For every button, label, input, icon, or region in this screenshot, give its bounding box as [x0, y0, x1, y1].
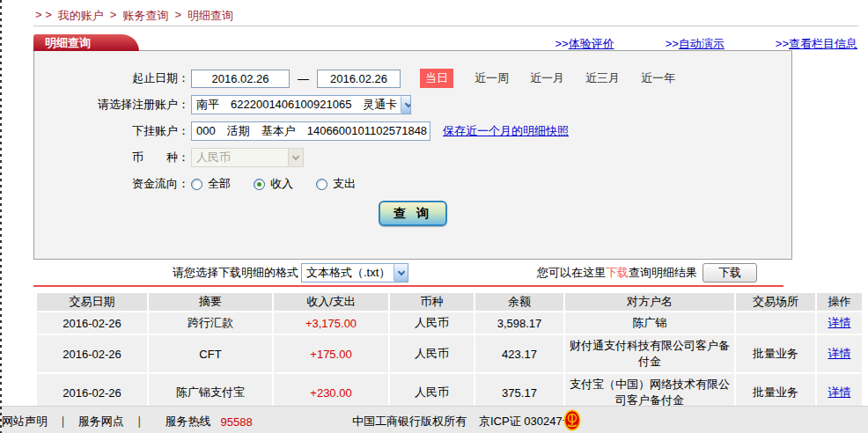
range-last-month-button[interactable]: 近一月: [530, 70, 564, 86]
download-button[interactable]: 下载: [702, 263, 757, 283]
breadcrumb: > > 我的账户 > 账务查询 > 明细查询: [35, 8, 233, 24]
cell-date: 2016-02-26: [37, 312, 147, 334]
breadcrumb-prefix: > >: [35, 8, 52, 24]
fund-flow-label: 资金流向：: [34, 176, 189, 192]
breadcrumb-item-account-query[interactable]: 账务查询: [122, 8, 168, 24]
cell-venue: [736, 312, 815, 334]
registered-account-value: 南平 6222001406100921065 灵通卡: [196, 97, 397, 113]
link-label: 自动演示: [679, 37, 725, 50]
cell-currency: 人民币: [390, 335, 474, 372]
save-monthly-snapshot-link[interactable]: 保存近一个月的明细快照: [443, 123, 569, 139]
flow-option-all: 全部: [191, 176, 231, 192]
currency-label: 币 种：: [34, 150, 189, 165]
link-prefix: >>: [666, 37, 679, 50]
section-divider: [33, 285, 783, 287]
cell-balance: 423.17: [475, 335, 563, 372]
footer-separator: ｜: [134, 414, 145, 429]
currency-select: 人民币: [191, 148, 304, 167]
cell-summary: 跨行汇款: [149, 312, 272, 334]
date-from-input[interactable]: [191, 70, 290, 88]
table-row: 2016-02-26 跨行汇款 +3,175.00 人民币 3,598.17 陈…: [37, 312, 862, 334]
download-bar: 请您选择下载明细的格式 文本格式（.txt） 您可以在这里下载查询明细结果 下载: [33, 261, 792, 284]
sub-account-row: 下挂账户： 000 活期 基本户 1406600101102571848 保存近…: [34, 121, 791, 141]
chevron-down-icon: [394, 264, 408, 282]
tab-detail-query: 明细查询: [33, 34, 121, 51]
cell-venue: 批量业务: [736, 335, 815, 372]
range-last-week-button[interactable]: 近一周: [474, 70, 509, 86]
sub-account-select[interactable]: 000 活期 基本户 1406600101102571848: [191, 121, 430, 141]
col-header-balance: 余额: [475, 293, 563, 311]
cell-action: 详情: [817, 312, 862, 334]
cell-summary: CFT: [149, 335, 272, 372]
col-header-counterparty: 对方户名: [565, 293, 734, 311]
cell-counterparty: 财付通支付科技有限公司客户备付金: [565, 335, 734, 372]
col-header-summary: 摘要: [149, 293, 272, 311]
range-today-button[interactable]: 当日: [420, 69, 453, 88]
link-label: 查看栏目信息: [789, 37, 857, 50]
cell-balance: 3,598.17: [475, 312, 563, 334]
sub-account-value: 000 活期 基本户 1406600101102571848: [196, 123, 427, 139]
detail-link[interactable]: 详情: [828, 347, 851, 360]
radio-all[interactable]: [191, 179, 202, 190]
registered-account-select[interactable]: 南平 6222001406100921065 灵通卡: [191, 95, 411, 114]
radio-income-label: 收入: [270, 176, 293, 192]
currency-value: 人民币: [196, 150, 231, 165]
flow-option-income: 收入: [254, 176, 293, 192]
site-statement-link[interactable]: 网站声明: [2, 414, 48, 429]
radio-expense[interactable]: [316, 179, 327, 190]
detail-query-page: > > 我的账户 > 账务查询 > 明细查询 明细查询 >>体验评价 >>自动演…: [0, 0, 868, 433]
query-button[interactable]: 查 询: [379, 201, 447, 226]
range-last-year-button[interactable]: 近一年: [641, 70, 675, 86]
hint-download-word: 下载: [606, 266, 629, 279]
date-range-label: 起止日期：: [34, 70, 189, 86]
breadcrumb-divider: [33, 26, 858, 26]
cell-currency: 人民币: [390, 312, 474, 334]
link-prefix: >>: [555, 37, 568, 50]
breadcrumb-item-detail-query[interactable]: 明细查询: [188, 8, 233, 24]
cell-action: 详情: [817, 335, 862, 372]
currency-row: 币 种： 人民币: [34, 148, 791, 167]
radio-expense-label: 支出: [333, 176, 356, 192]
footer-separator: ｜: [57, 414, 69, 429]
cell-amount: +3,175.00: [274, 312, 388, 334]
icp-license-text: 京ICP证 030247号: [479, 414, 574, 429]
download-hint: 您可以在这里下载查询明细结果: [537, 265, 697, 281]
col-header-venue: 交易场所: [736, 293, 815, 311]
copyright-text: 中国工商银行版权所有: [352, 414, 467, 429]
detail-link[interactable]: 详情: [828, 316, 851, 329]
cell-date: 2016-02-26: [37, 335, 147, 372]
chevron-down-icon: [401, 96, 411, 114]
flow-option-expense: 支出: [316, 176, 356, 192]
chevron-down-icon: [288, 149, 303, 166]
icp-badge-icon[interactable]: [563, 409, 581, 431]
date-to-input[interactable]: [317, 70, 401, 88]
hint-text: 您可以在这里: [537, 266, 606, 279]
window-edge: [0, 0, 2, 433]
sub-account-label: 下挂账户：: [34, 123, 189, 139]
link-prefix: >>: [776, 37, 789, 50]
hotline-label: 服务热线: [165, 414, 210, 429]
col-header-date: 交易日期: [37, 293, 147, 311]
radio-all-label: 全部: [208, 176, 231, 192]
range-last-3-months-button[interactable]: 近三月: [585, 70, 620, 86]
cell-counterparty: 陈广锦: [565, 312, 734, 334]
table-row: 2016-02-26 CFT +175.00 人民币 423.17 财付通支付科…: [37, 335, 862, 372]
hint-text: 查询明细结果: [629, 266, 697, 279]
col-header-amount: 收入/支出: [274, 293, 388, 311]
radio-income[interactable]: [254, 179, 265, 190]
download-format-select[interactable]: 文本格式（.txt）: [301, 263, 408, 283]
footer: 网站声明 ｜ 服务网点 ｜ 服务热线 95588 中国工商银行版权所有 京ICP…: [0, 406, 868, 433]
download-format-value: 文本格式（.txt）: [306, 265, 390, 281]
results-table: 交易日期 摘要 收入/支出 币种 余额 对方户名 交易场所 操作 2016-02…: [35, 291, 864, 413]
date-range-row: 起止日期： — 当日 近一周 近一月 近三月 近一年: [34, 69, 791, 88]
service-outlets-link[interactable]: 服务网点: [78, 414, 124, 429]
breadcrumb-item-my-account[interactable]: 我的账户: [58, 8, 104, 24]
registered-account-label: 请选择注册账户：: [34, 97, 189, 113]
registered-account-row: 请选择注册账户： 南平 6222001406100921065 灵通卡: [34, 95, 791, 114]
breadcrumb-separator: >: [174, 8, 181, 24]
col-header-action: 操作: [817, 293, 862, 311]
table-header-row: 交易日期 摘要 收入/支出 币种 余额 对方户名 交易场所 操作: [37, 293, 862, 311]
download-format-label: 请您选择下载明细的格式: [173, 265, 298, 281]
hotline-number: 95588: [220, 415, 252, 429]
detail-link[interactable]: 详情: [828, 385, 851, 399]
